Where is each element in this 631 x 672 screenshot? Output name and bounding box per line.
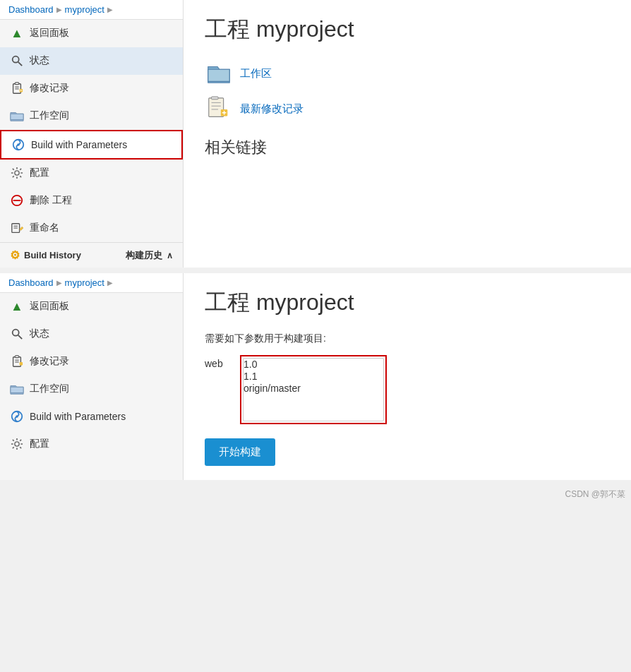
gear-icon-1 (10, 166, 24, 180)
rename-icon-1 (10, 221, 24, 235)
sidebar-label-build-params-2: Build with Parameters (30, 411, 126, 422)
sidebar-label-config-1: 配置 (30, 167, 49, 179)
bh-arrow-1: ∧ (167, 251, 173, 260)
workspace-link-1[interactable]: 工作区 (205, 59, 610, 88)
breadcrumb-myproject-2[interactable]: myproject (65, 277, 104, 288)
main-content-1: 工程 myproject 工作区 (184, 0, 631, 268)
param-label: web (205, 355, 233, 369)
sidebar-label-status-2: 状态 (30, 328, 49, 340)
search-icon-2 (10, 327, 24, 341)
breadcrumb-dashboard-1[interactable]: Dashboard (8, 4, 54, 15)
svg-rect-20 (212, 97, 218, 100)
breadcrumb-sep-1b: ▶ (107, 6, 113, 13)
svg-point-9 (17, 143, 20, 146)
sidebar-label-history-2: 修改记录 (30, 355, 69, 368)
changes-link-1[interactable]: 最新修改记录 (205, 95, 610, 123)
param-form: web 1.0 1.1 origin/master (205, 355, 610, 424)
sidebar-label-back-1: 返回面板 (30, 27, 69, 40)
search-icon-1 (10, 54, 24, 68)
changes-link-icon-1 (205, 95, 233, 123)
start-build-button[interactable]: 开始构建 (205, 438, 275, 466)
breadcrumb-1: Dashboard ▶ myproject ▶ (0, 0, 183, 20)
sidebar-item-workspace-1[interactable]: 工作空间 (0, 102, 183, 130)
breadcrumb-myproject-1[interactable]: myproject (65, 4, 104, 15)
arrow-up-icon-2: ▲ (10, 299, 24, 313)
links-section-1: 工作区 (205, 59, 610, 123)
breadcrumb-sep-2b: ▶ (107, 279, 113, 287)
build-subtitle: 需要如下参数用于构建项目: (205, 332, 610, 345)
gear-icon-2 (10, 437, 24, 451)
project-title-2: 工程 myproject (205, 287, 610, 318)
sidebar-item-rename-1[interactable]: 重命名 (0, 215, 183, 242)
svg-point-0 (13, 56, 19, 63)
sidebar-label-config-2: 配置 (30, 438, 49, 450)
build-icon-1 (11, 138, 25, 152)
sidebar-item-config-2[interactable]: 配置 (0, 431, 183, 458)
sidebar-label-status-1: 状态 (30, 54, 49, 67)
svg-point-24 (13, 330, 19, 336)
svg-point-33 (15, 442, 19, 446)
sidebar-item-workspace-2[interactable]: 工作空间 (0, 376, 183, 403)
sidebar-label-back-2: 返回面板 (30, 300, 69, 313)
param-select-wrapper: 1.0 1.1 origin/master (240, 355, 387, 424)
param-option-2[interactable]: origin/master (244, 383, 383, 395)
workspace-link-icon-1 (205, 59, 233, 88)
sidebar-item-back-1[interactable]: ▲ 返回面板 (0, 20, 183, 47)
svg-line-1 (18, 62, 22, 66)
build-history-bar-1[interactable]: ⚙ Build History 构建历史 ∧ (0, 242, 183, 268)
clipboard-icon-2 (10, 354, 24, 368)
sidebar-label-history-1: 修改记录 (30, 82, 69, 95)
param-option-1[interactable]: 1.1 (244, 371, 383, 383)
svg-line-25 (18, 335, 22, 339)
bh-label-1: Build History (24, 250, 121, 260)
breadcrumb-sep-2a: ▶ (56, 279, 62, 287)
sidebar-1: Dashboard ▶ myproject ▶ ▲ 返回面板 状态 (0, 0, 184, 268)
svg-rect-5 (15, 83, 18, 85)
sidebar-item-history-1[interactable]: 修改记录 (0, 75, 183, 102)
sidebar-label-rename-1: 重命名 (30, 222, 59, 234)
sidebar-item-config-1[interactable]: 配置 (0, 160, 183, 187)
breadcrumb-2: Dashboard ▶ myproject ▶ (0, 273, 183, 293)
sidebar-item-build-params-2[interactable]: Build with Parameters (0, 403, 183, 431)
sidebar-item-status-1[interactable]: 状态 (0, 47, 183, 75)
workspace-link-text-1[interactable]: 工作区 (240, 67, 272, 80)
sidebar-item-delete-1[interactable]: 删除 工程 (0, 187, 183, 215)
bh-cn-1: 构建历史 (126, 249, 162, 262)
sidebar-item-status-2[interactable]: 状态 (0, 320, 183, 348)
folder-icon-1 (10, 109, 24, 123)
param-select[interactable]: 1.0 1.1 origin/master (243, 358, 384, 421)
watermark: CSDN @郭不菜 (0, 486, 631, 503)
svg-point-32 (16, 415, 18, 418)
bh-icon-1: ⚙ (10, 248, 20, 262)
breadcrumb-dashboard-2[interactable]: Dashboard (8, 277, 54, 288)
sidebar-label-build-params-1: Build with Parameters (31, 139, 127, 150)
sidebar-label-workspace-1: 工作空间 (30, 109, 69, 122)
sidebar-label-workspace-2: 工作空间 (30, 383, 69, 395)
svg-rect-29 (15, 356, 18, 358)
sidebar-label-delete-1: 删除 工程 (30, 194, 72, 207)
changes-link-text-1[interactable]: 最新修改记录 (240, 102, 304, 116)
svg-point-10 (15, 171, 19, 175)
breadcrumb-sep-1a: ▶ (56, 6, 62, 13)
clipboard-icon-1 (10, 81, 24, 95)
build-icon-2 (10, 409, 24, 424)
folder-icon-2 (10, 382, 24, 396)
param-option-0[interactable]: 1.0 (244, 359, 383, 371)
sidebar-item-history-2[interactable]: 修改记录 (0, 348, 183, 376)
arrow-up-icon-1: ▲ (10, 26, 24, 40)
related-links-title-1: 相关链接 (205, 137, 610, 158)
sidebar-item-back-2[interactable]: ▲ 返回面板 (0, 293, 183, 320)
main-content-2: 工程 myproject 需要如下参数用于构建项目: web 1.0 1.1 o… (184, 273, 631, 480)
svg-rect-30 (20, 362, 23, 366)
sidebar-2: Dashboard ▶ myproject ▶ ▲ 返回面板 状态 (0, 273, 184, 480)
ban-icon-1 (10, 193, 24, 208)
project-title-1: 工程 myproject (205, 14, 610, 45)
sidebar-item-build-params-1[interactable]: Build with Parameters (0, 130, 183, 160)
